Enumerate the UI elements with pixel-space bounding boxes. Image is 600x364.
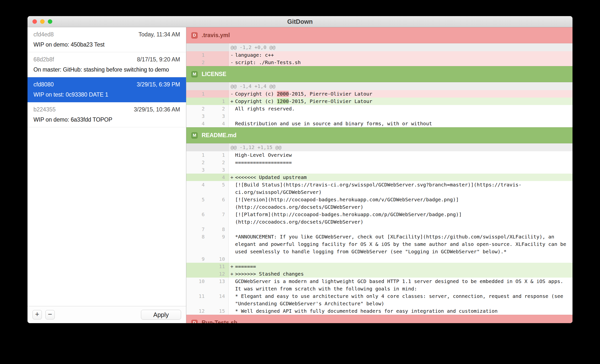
old-line-number [186,270,208,278]
file-name: LICENSE [202,71,226,78]
new-line-number [208,59,229,66]
line-sign [229,255,235,263]
stash-list[interactable]: cfd4ed8Today, 11:34 AMWIP on demo: 450ba… [27,27,186,306]
new-line-number: 3 [208,166,229,174]
stash-sidebar: cfd4ed8Today, 11:34 AMWIP on demo: 450ba… [27,27,186,323]
new-line-number: 7 [208,211,229,226]
new-line-number: 15 [208,307,229,315]
diff-line: 89*ANNOUNCEMENT: If you like GCDWebServe… [186,233,573,255]
new-line-number: 11 [208,263,229,270]
file-status-badge: D [191,320,198,323]
stash-date: 3/29/15, 6:39 PM [137,81,180,88]
file-header[interactable]: DRun-Tests.sh [186,315,573,323]
line-sign [229,196,235,211]
line-sign [229,233,235,255]
new-line-number: 4 [208,174,229,181]
diff-line: 33 [186,166,573,174]
line-text-segment: -2015, Pierre-Olivier Latour [289,91,372,97]
window-zoom-button[interactable] [48,19,52,24]
stash-row-top: cfd80803/29/15, 6:39 PM [33,81,180,88]
new-line-number: 3 [208,112,229,120]
new-line-number: 1 [208,151,229,159]
stash-row-top: b2243553/29/15, 10:36 AM [33,106,180,113]
old-line-number: 9 [186,255,208,263]
line-text [235,226,573,233]
line-text: <<<<<<< Updated upstream [235,174,573,181]
hunk-header-text: @@ -1,12 +1,15 @@ [229,143,281,151]
old-line-number: 4 [186,120,208,127]
remove-stash-button[interactable]: − [45,310,55,319]
file-section: D.travis.yml@@ -1,2 +0,0 @@1-language: c… [186,27,573,66]
stash-row[interactable]: 68d2b8f8/17/15, 9:20 AMOn master: GitHub… [27,52,186,77]
window-minimize-button[interactable] [40,19,45,24]
diff-line: 1215* Well designed API with fully docum… [186,307,573,315]
file-status-badge: D [191,32,198,39]
line-sign [229,120,235,127]
window-close-button[interactable] [32,19,37,24]
diff-line: 12+>>>>>>> Stashed changes [186,270,573,278]
stash-row[interactable]: cfd4ed8Today, 11:34 AMWIP on demo: 450ba… [27,27,186,52]
new-line-number: 5 [208,181,229,196]
old-line-number: 2 [186,105,208,112]
new-line-number: 14 [208,292,229,307]
line-text: All rights reserved. [235,105,573,112]
file-header[interactable]: D.travis.yml [186,27,573,43]
file-status-badge: M [191,71,198,78]
file-header[interactable]: MLICENSE [186,66,573,82]
line-text: language: c++ [235,51,573,59]
old-line-number: 7 [186,226,208,233]
sidebar-toolbar: + − Apply [27,306,186,323]
line-text [235,166,573,174]
diff-line: 22All rights reserved. [186,105,573,112]
old-line-number: 2 [186,159,208,166]
stash-row-top: cfd4ed8Today, 11:34 AM [33,31,180,38]
line-sign [229,292,235,307]
stash-row[interactable]: b2243553/29/15, 10:36 AMWIP on demo: 6a3… [27,102,186,127]
line-sign [229,159,235,166]
stash-hash: cfd4ed8 [33,31,54,38]
line-sign [229,151,235,159]
new-line-number: 8 [208,226,229,233]
line-sign [229,226,235,233]
old-line-number: 2 [186,59,208,66]
new-line-number: 12 [208,270,229,278]
line-sign: + [229,174,235,181]
diff-line: 45[![Build Status](https://travis-ci.org… [186,181,573,196]
gitdown-window: GitDown cfd4ed8Today, 11:34 AMWIP on dem… [27,16,573,323]
line-text: [![Build Status](https://travis-ci.org/s… [235,181,573,196]
apply-button[interactable]: Apply [141,310,181,320]
old-line-number [186,263,208,270]
hunk-gutter [186,82,229,90]
new-line-number: 6 [208,196,229,211]
line-text: [![Version](http://cocoapod-badges.herok… [235,196,573,211]
file-header[interactable]: MREADME.md [186,127,573,143]
line-sign: + [229,98,235,105]
new-line-number: 4 [208,120,229,127]
file-section: MREADME.md@@ -1,12 +1,15 @@11High-Level … [186,127,573,315]
line-text: ======= [235,263,573,270]
add-stash-button[interactable]: + [32,310,42,319]
diff-pane[interactable]: D.travis.yml@@ -1,2 +0,0 @@1-language: c… [186,27,573,323]
old-line-number: 1 [186,51,208,59]
new-line-number [208,90,229,98]
new-line-number: 9 [208,233,229,255]
stash-message: WIP on demo: 6a33fdd TOPOP [33,116,180,123]
old-line-number [186,98,208,105]
hunk-gutter [186,43,229,51]
diff-line: 4+<<<<<<< Updated upstream [186,174,573,181]
line-sign [229,307,235,315]
hunk-header-text: @@ -1,2 +0,0 @@ [229,43,275,51]
old-line-number: 1 [186,90,208,98]
hunk-header: @@ -1,2 +0,0 @@ [186,43,573,51]
stash-row[interactable]: cfd80803/29/15, 6:39 PMWIP on test: 0c93… [27,77,186,102]
line-text: script: ./Run-Tests.sh [235,59,573,66]
file-status-badge: M [191,132,198,139]
stash-message: WIP on test: 0c93380 DATE 1 [33,91,180,98]
stash-hash: 68d2b8f [33,56,54,63]
hunk-header-text: @@ -1,4 +1,4 @@ [229,82,275,90]
diff-line: 22=================== [186,159,573,166]
old-line-number: 3 [186,166,208,174]
stash-message: On master: GitHub: stashing before switc… [33,66,180,73]
diff-line: 1114* Elegant and easy to use architectu… [186,292,573,307]
title-bar[interactable]: GitDown [27,16,573,27]
